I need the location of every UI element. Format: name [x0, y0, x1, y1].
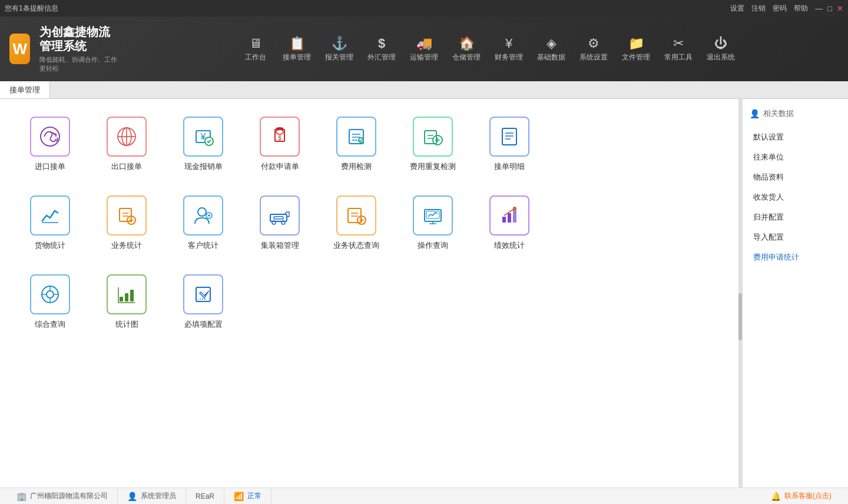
svg-line-1: [50, 132, 56, 134]
title-bar: 您有1条提醒信息 设置 注销 密码 帮助 — □ ✕: [0, 0, 848, 16]
svg-rect-64: [130, 290, 134, 301]
stats-chart-item[interactable]: 统计图: [100, 274, 153, 330]
import-order-icon: [30, 117, 70, 157]
nav-sysconfig[interactable]: ⚙ 系统设置: [574, 32, 614, 66]
status-bar: 🏢 广州穗阳源物流有限公司 👤 系统管理员 REaR 📶 正常 🔔 联系客服(点…: [0, 488, 848, 504]
support-text: 联系客服(点击): [784, 491, 832, 501]
required-config-item[interactable]: 必填项配置: [177, 274, 230, 330]
support-icon: 🔔: [771, 492, 781, 501]
app-header: W 为创鑫捷物流管理系统 降低能耗、协调合作、工作更轻松 🖥 工作台 📋 接单管…: [0, 16, 848, 81]
nav-workbench[interactable]: 🖥 工作台: [237, 32, 274, 66]
main-content: 进口接单 出口接单 ¥: [0, 99, 848, 488]
export-order-item[interactable]: 出口接单: [100, 117, 153, 172]
sidebar-item-goods-info[interactable]: 物品资料: [750, 167, 841, 187]
op-query-item[interactable]: 操作查询: [406, 195, 459, 251]
nav-transport[interactable]: 🚚 运输管理: [404, 32, 444, 66]
alert-text: 您有1条提醒信息: [5, 4, 58, 14]
scrollbar[interactable]: [738, 99, 742, 488]
order-detail-item[interactable]: 接单明细: [483, 117, 536, 172]
scroll-thumb[interactable]: [738, 293, 742, 340]
svg-rect-63: [125, 293, 128, 301]
app-subtitle: 降低能耗、协调合作、工作更轻松: [39, 55, 120, 73]
menu-settings[interactable]: 设置: [730, 4, 744, 14]
nav-warehouse[interactable]: 🏠 仓储管理: [446, 32, 486, 66]
nav-tools[interactable]: ✂ 常用工具: [658, 32, 698, 66]
cash-reimburse-item[interactable]: ¥ 现金报销单: [177, 117, 230, 172]
sidebar-item-consignee[interactable]: 收发货人: [750, 187, 841, 207]
title-bar-right: 设置 注销 密码 帮助 — □ ✕: [730, 4, 843, 14]
nav-filemanage[interactable]: 📁 文件管理: [616, 32, 656, 66]
cash-reimburse-label: 现金报销单: [184, 161, 223, 172]
nav-finance[interactable]: ¥ 财务管理: [489, 32, 529, 66]
stats-chart-icon: [107, 274, 147, 314]
order-detail-label: 接单明细: [494, 161, 525, 172]
minimize-button[interactable]: —: [815, 4, 823, 13]
sidebar-header-label: 相关数据: [763, 108, 794, 119]
exit-icon: ⏻: [714, 36, 727, 51]
container-mgmt-icon: [260, 195, 300, 236]
icon-row-1: 进口接单 出口接单 ¥: [24, 117, 715, 172]
user-icon: 👤: [127, 492, 137, 501]
tab-bar: 接单管理: [0, 81, 848, 99]
status-rear: REaR: [186, 488, 224, 504]
biz-stats-item[interactable]: 业务统计: [100, 195, 153, 251]
svg-point-55: [513, 207, 516, 210]
sidebar-header-icon: 👤: [750, 109, 760, 118]
maximize-button[interactable]: □: [827, 4, 832, 13]
order-detail-icon: [489, 117, 529, 157]
menu-help[interactable]: 帮助: [794, 4, 808, 14]
icon-row-3: 综合查询 统计图: [24, 274, 715, 330]
nav-basedata[interactable]: ◈ 基础数据: [531, 32, 571, 66]
basedata-icon: ◈: [546, 36, 556, 51]
import-order-item[interactable]: 进口接单: [24, 117, 77, 172]
sidebar-item-import-config[interactable]: 导入配置: [750, 227, 841, 247]
sidebar-item-default-settings[interactable]: 默认设置: [750, 127, 841, 147]
nav-forex[interactable]: $ 外汇管理: [362, 32, 402, 66]
comprehensive-query-label: 综合查询: [35, 319, 65, 330]
status-company: 🏢 广州穗阳源物流有限公司: [7, 488, 118, 504]
status-support[interactable]: 🔔 联系客服(点击): [761, 488, 841, 504]
fee-dup-detect-item[interactable]: 费用重复检测: [406, 117, 459, 172]
sidebar-item-fee-apply-stats[interactable]: 费用申请统计: [750, 247, 841, 267]
biz-stats-icon: [107, 195, 147, 236]
comprehensive-query-item[interactable]: 综合查询: [24, 274, 77, 330]
payment-apply-icon: $: [260, 117, 300, 157]
export-order-icon: [107, 117, 147, 157]
payment-apply-item[interactable]: $ 付款申请单: [253, 117, 306, 172]
main-nav: 🖥 工作台 📋 接单管理 ⚓ 报关管理 $ 外汇管理 🚚 运输管理 🏠 仓储管理…: [130, 32, 848, 66]
biz-status-query-icon: [336, 195, 376, 236]
menu-password[interactable]: 密码: [773, 4, 787, 14]
fee-detect-item[interactable]: 费用检测: [330, 117, 383, 172]
svg-point-0: [41, 127, 59, 146]
nav-order[interactable]: 📋 接单管理: [277, 32, 317, 66]
container-mgmt-item[interactable]: 集装箱管理: [253, 195, 306, 251]
sidebar-item-contacts[interactable]: 往来单位: [750, 147, 841, 167]
customer-stats-icon: [183, 195, 223, 236]
nav-exit[interactable]: ⏻ 退出系统: [701, 32, 741, 66]
menu-logout[interactable]: 注销: [751, 4, 766, 14]
nav-customs[interactable]: ⚓ 报关管理: [319, 32, 359, 66]
tab-order-management[interactable]: 接单管理: [0, 81, 50, 98]
customer-stats-item[interactable]: 客户统计: [177, 195, 230, 251]
content-area: 进口接单 出口接单 ¥: [0, 99, 738, 488]
svg-rect-23: [502, 128, 516, 145]
svg-rect-52: [502, 217, 506, 223]
logo-icon: W: [9, 34, 30, 64]
container-mgmt-label: 集装箱管理: [261, 240, 299, 251]
comprehensive-query-icon: [30, 274, 70, 314]
perf-stats-item[interactable]: 绩效统计: [483, 195, 536, 251]
cash-reimburse-icon: ¥: [183, 117, 223, 157]
right-sidebar: 👤 相关数据 默认设置 往来单位 物品资料 收发货人 归并配置 导入配置 费用申…: [742, 99, 848, 488]
cargo-stats-item[interactable]: 货物统计: [24, 195, 77, 251]
close-button[interactable]: ✕: [837, 4, 843, 13]
fee-detect-label: 费用检测: [341, 161, 372, 172]
logo-text-block: 为创鑫捷物流管理系统 降低能耗、协调合作、工作更轻松: [39, 25, 120, 73]
cargo-stats-icon: [30, 195, 70, 236]
sysconfig-icon: ⚙: [588, 36, 599, 51]
sidebar-item-merge-config[interactable]: 归并配置: [750, 207, 841, 227]
sidebar-header: 👤 相关数据: [750, 108, 841, 119]
biz-status-query-item[interactable]: 业务状态查询: [330, 195, 383, 251]
fee-dup-detect-icon: [413, 117, 453, 157]
op-query-label: 操作查询: [418, 240, 448, 251]
svg-rect-38: [270, 214, 287, 221]
